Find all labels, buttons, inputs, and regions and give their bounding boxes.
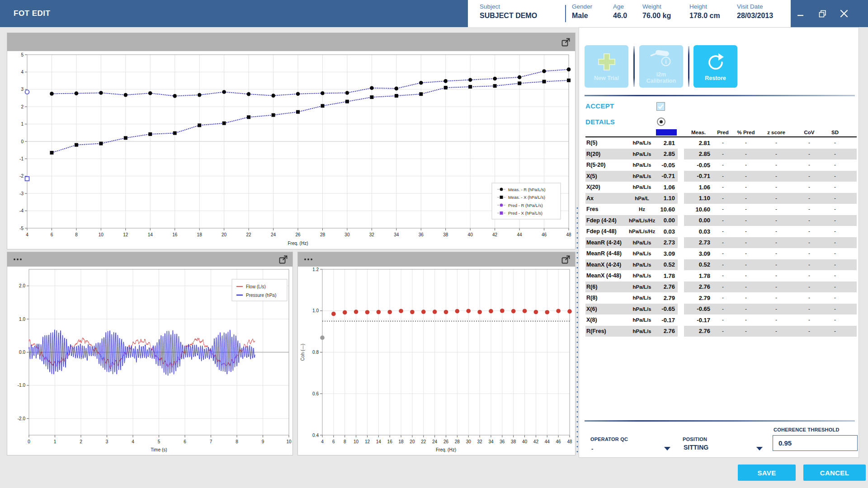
svg-text:Meas. - X (hPa/L/s): Meas. - X (hPa/L/s) (508, 195, 545, 200)
table-row-R(5): R(5)hPa/L/s2.812.81----- (585, 137, 857, 149)
gender-field: Gender Male (572, 3, 592, 20)
impedance-legend: Meas. - R (hPa/L/s)Meas. - X (hPa/L/s)Pr… (492, 183, 561, 219)
fot-edit-window: FOT EDIT Subject SUBJECT DEMO Gender Mal… (0, 0, 868, 488)
gender-value: Male (572, 12, 592, 20)
table-row-X(6): X(6)hPa/L/s-0.65-0.65----- (585, 304, 857, 315)
restore-window-button[interactable] (812, 0, 832, 27)
table-body: R(5)hPa/L/s2.812.81-----R(20)hPa/L/s2.85… (585, 137, 857, 337)
svg-text:24: 24 (271, 232, 276, 237)
details-radio[interactable] (657, 117, 665, 126)
svg-text:Meas. - R (hPa/L/s): Meas. - R (hPa/L/s) (508, 187, 545, 192)
svg-text:3: 3 (21, 87, 24, 92)
panel-menu-icon[interactable] (304, 258, 315, 261)
svg-text:36: 36 (500, 439, 505, 444)
signals-chart-svg: 012345678910-2.0-1.00.01.02.0Flow (L/s)P… (7, 267, 293, 455)
svg-text:20: 20 (410, 439, 415, 444)
signals-chart-panel: 012345678910-2.0-1.00.01.02.0Flow (L/s)P… (7, 252, 293, 455)
operator-qc-value[interactable]: - (591, 446, 593, 452)
svg-text:46: 46 (556, 439, 561, 444)
age-field: Age 46.0 (613, 3, 627, 20)
svg-text:Freq. (Hz): Freq. (Hz) (436, 447, 456, 452)
restore-arrow-icon (706, 52, 726, 72)
svg-text:Pressure (hPa): Pressure (hPa) (246, 293, 276, 298)
position-dropdown-arrow[interactable] (756, 447, 763, 450)
panel-menu-icon[interactable] (13, 258, 24, 261)
details-label: DETAILS (585, 118, 615, 126)
svg-text:28: 28 (455, 439, 460, 444)
new-trial-button[interactable]: New Trial (585, 45, 628, 88)
position-value[interactable]: SITTING (684, 444, 708, 451)
expand-coherence-chart-button[interactable] (560, 254, 571, 265)
svg-text:Time (s): Time (s) (151, 447, 167, 452)
svg-text:8: 8 (236, 439, 238, 444)
restore-button[interactable]: Restore (693, 45, 737, 88)
signals-legend: Flow (L/s)Pressure (hPa) (232, 279, 287, 301)
table-row-X(8): X(8)hPa/L/s-0.17-0.17----- (585, 314, 857, 326)
expand-impedance-chart-button[interactable] (560, 37, 571, 47)
expand-signals-chart-button[interactable] (278, 254, 288, 265)
svg-text:0: 0 (21, 139, 24, 144)
svg-text:0.0: 0.0 (19, 350, 25, 355)
save-button[interactable]: SAVE (738, 465, 796, 481)
close-icon (840, 9, 848, 18)
close-button[interactable] (834, 0, 854, 27)
svg-text:5: 5 (158, 439, 160, 444)
visit-date-value: 28/03/2013 (737, 12, 773, 20)
coherence-threshold-label: COHERENCE THRESHOLD (774, 427, 840, 432)
svg-text:-3: -3 (19, 191, 24, 196)
svg-text:20: 20 (222, 232, 227, 237)
svg-text:7: 7 (210, 439, 212, 444)
svg-text:26: 26 (443, 439, 449, 444)
weight-label: Weight (642, 3, 671, 10)
svg-text:8: 8 (75, 232, 78, 237)
table-row-R(6): R(6)hPa/L/s2.762.76----- (585, 282, 857, 293)
svg-text:14: 14 (376, 439, 382, 444)
window-controls (791, 0, 868, 27)
table-header-row: Meas. Pred % Pred z score CoV SD (585, 128, 857, 137)
svg-text:Pred - R (hPa/L/s): Pred - R (hPa/L/s) (508, 203, 543, 208)
section-divider (585, 420, 855, 422)
minimize-icon (797, 10, 804, 17)
svg-text:1: 1 (21, 122, 24, 127)
svg-text:10: 10 (99, 232, 104, 237)
svg-text:34: 34 (488, 439, 494, 444)
svg-text:10: 10 (286, 439, 292, 444)
height-field: Height 178.0 cm (689, 3, 720, 20)
impedance-chart: 4681012141618202224262830323436384042444… (7, 51, 575, 249)
svg-text:0: 0 (28, 439, 30, 444)
button-separator (688, 46, 689, 87)
operator-qc-dropdown-arrow[interactable] (664, 447, 670, 450)
svg-text:26: 26 (295, 232, 301, 237)
i2m-calibration-button[interactable]: i i2m Calibration (639, 45, 683, 88)
svg-text:30: 30 (466, 439, 472, 444)
svg-text:6: 6 (184, 439, 186, 444)
svg-text:-1: -1 (19, 156, 24, 161)
position-label: POSITION (683, 436, 707, 442)
trial-color-swatch (656, 129, 677, 136)
height-value: 178.0 cm (689, 12, 720, 20)
cancel-button[interactable]: CANCEL (803, 465, 866, 481)
svg-text:34: 34 (394, 232, 399, 237)
coherence-panel-header (298, 252, 575, 267)
table-row-R(Fres): R(Fres)hPa/L/s2.762.76----- (585, 326, 857, 337)
svg-text:5: 5 (21, 52, 24, 57)
restore-label: Restore (705, 75, 726, 81)
svg-text:3: 3 (106, 439, 108, 444)
svg-text:38: 38 (511, 439, 516, 444)
title-bar: FOT EDIT Subject SUBJECT DEMO Gender Mal… (0, 0, 868, 27)
minimize-button[interactable] (791, 0, 811, 27)
pct-pred-column-header: % Pred (733, 130, 759, 135)
coherence-threshold-input[interactable] (773, 435, 858, 451)
operator-qc-label: OPERATOR QC (590, 436, 628, 442)
accept-checkbox[interactable] (656, 102, 665, 111)
svg-text:0.8: 0.8 (312, 350, 319, 355)
svg-text:40: 40 (522, 439, 528, 444)
svg-text:1.0: 1.0 (19, 317, 25, 322)
coherence-chart: 4681012141618202224262830323436384042444… (298, 267, 575, 455)
impedance-chart-panel: 4681012141618202224262830323436384042444… (7, 33, 576, 249)
svg-text:Coh (---): Coh (---) (300, 344, 305, 361)
svg-text:4: 4 (26, 232, 28, 237)
table-row-X(5): X(5)hPa/L/s-0.71-0.71----- (585, 171, 857, 182)
i2m-calibration-label: i2m Calibration (642, 71, 680, 84)
panel-splitter[interactable] (576, 206, 578, 455)
